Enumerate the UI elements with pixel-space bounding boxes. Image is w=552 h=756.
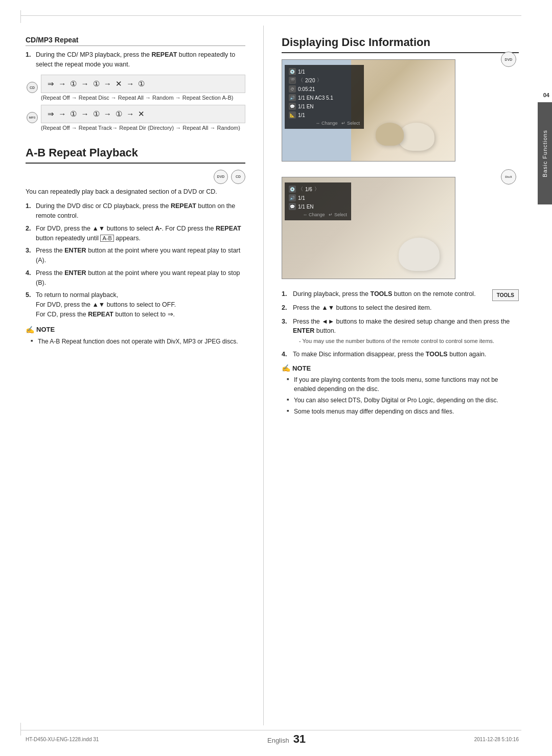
display-step-3: 3. Press the ◄► buttons to make the desi… xyxy=(282,317,519,346)
divx-info-row-3: 💬 1/1 EN xyxy=(289,203,347,210)
ab-note-title: ✍ NOTE xyxy=(26,326,245,334)
cd-badge: CD xyxy=(27,82,38,93)
right-column: Displaying Disc Information DVD 💿 1/1 xyxy=(271,26,519,725)
dvd-info-row-3: ⏱ 0:05:21 xyxy=(289,85,360,93)
display-step-3-note: - You may use the number buttons of the … xyxy=(293,337,519,346)
page-number: 31 xyxy=(293,732,306,746)
page-border-left-bottom xyxy=(20,723,21,736)
dvd-info-row-6: 📐 1/1 xyxy=(289,111,360,119)
ab-intro: You can repeatedly play back a designate… xyxy=(26,187,245,197)
main-content: CD/MP3 Repeat 1. During the CD/ MP3 play… xyxy=(26,26,519,725)
ab-note-item-1: The A-B Repeat function does not operate… xyxy=(31,337,245,346)
display-instructions: 1. TOOLS During playback, press the TOOL… xyxy=(282,289,519,359)
ab-steps: 1. During the DVD disc or CD playback, p… xyxy=(26,201,245,319)
divx-info-row-2: 🔊 1/1 xyxy=(289,194,347,201)
page-border-bottom xyxy=(20,730,521,730)
cd-steps: 1. During the CD/ MP3 playback, press th… xyxy=(26,50,245,70)
page-label: English xyxy=(267,737,289,744)
display-step-2: 2. Press the ▲▼ buttons to select the de… xyxy=(282,303,519,313)
dvd-info-panel: 💿 1/1 🎬 〈 2/20 〉 ⏱ xyxy=(285,65,364,129)
ab-step-3: 3. Press the ENTER button at the point w… xyxy=(26,246,245,265)
divx-info-row-1: 💿 〈 1/6 〉 xyxy=(289,186,347,193)
display-note-icon: ✍ xyxy=(282,364,290,372)
footer-file: HT-D450-XU-ENG-1228.indd 31 xyxy=(26,737,99,742)
divx-screen-container: DivX 💿 〈 1/6 〉 xyxy=(282,177,519,279)
divx-info-panel: 💿 〈 1/6 〉 🔊 1/1 💬 xyxy=(285,182,351,220)
display-title: Displaying Disc Information xyxy=(282,36,519,53)
ab-step-4: 4. Press the ENTER button at the point w… xyxy=(26,268,245,288)
dvd-screen-container: DVD 💿 1/1 🎬 xyxy=(282,59,519,162)
cd-sequence-diagram: ⇒ → ① → ① → ✕ → ① xyxy=(41,75,245,93)
divx-screen: 💿 〈 1/6 〉 🔊 1/1 💬 xyxy=(282,177,455,279)
mp3-caption: (Repeat Off → Repeat Track→ Repeat Dir (… xyxy=(41,125,245,131)
cd-step-1-num: 1. xyxy=(26,50,31,60)
ab-step-2: 2. For DVD, press the ▲▼ buttons to sele… xyxy=(26,224,245,243)
cd-repeat-block: CD ⇒ → ① → ① → ✕ → ① (Repeat Off → Repea… xyxy=(41,75,245,101)
display-note: ✍ NOTE If you are playing contents from … xyxy=(282,364,519,416)
sidebar-label: Basic Functions xyxy=(542,130,548,177)
mp3-repeat-block: MP3 ⇒ → ① → ① → ① → ✕ (Repeat Off → Repe… xyxy=(41,105,245,131)
display-section: Displaying Disc Information DVD 💿 1/1 xyxy=(282,36,519,416)
disc-icon: 💿 xyxy=(289,68,296,75)
subtitle-icon: 💬 xyxy=(289,103,296,110)
footer: HT-D450-XU-ENG-1228.indd 31 English 31 2… xyxy=(26,732,519,746)
display-step-1: 1. TOOLS During playback, press the TOOL… xyxy=(282,289,519,299)
column-divider xyxy=(263,26,264,725)
puppy-shape-3 xyxy=(399,238,440,271)
footer-date: 2011-12-28 5:10:16 xyxy=(474,737,519,742)
puppy-shape-2 xyxy=(376,123,404,146)
ab-step-5: 5. To return to normal playback, For DVD… xyxy=(26,290,245,319)
display-note-item-1: If you are playing contents from the too… xyxy=(287,375,519,394)
chapter-icon: 🎬 xyxy=(289,77,296,84)
dvd-badge: DVD xyxy=(214,170,228,184)
cd-badge-ab: CD xyxy=(231,170,245,184)
dvd-screen: 💿 1/1 🎬 〈 2/20 〉 ⏱ xyxy=(282,59,455,162)
divx-subtitle-icon: 💬 xyxy=(289,203,296,210)
sidebar-tab: Basic Functions xyxy=(538,102,552,204)
ab-note-list: The A-B Repeat function does not operate… xyxy=(26,337,245,346)
display-steps: 1. TOOLS During playback, press the TOOL… xyxy=(282,289,519,359)
ab-section: A-B Repeat Playback DVD CD You can repea… xyxy=(26,146,245,346)
page-border-top xyxy=(20,15,521,16)
dvd-screen-badge: DVD xyxy=(501,52,516,67)
page-border-left-top xyxy=(20,10,21,23)
dvd-info-row-2: 🎬 〈 2/20 〉 xyxy=(289,77,360,84)
tools-button-image: TOOLS xyxy=(492,289,519,301)
cd-caption: (Repeat Off → Repeat Disc → Repeat All →… xyxy=(41,95,245,101)
left-column: CD/MP3 Repeat 1. During the CD/ MP3 play… xyxy=(26,26,256,725)
cd-section-title: CD/MP3 Repeat xyxy=(26,36,245,46)
ab-note-label: NOTE xyxy=(36,326,55,333)
angle-icon: 📐 xyxy=(289,111,296,119)
dvd-info-row-5: 💬 1/1 EN xyxy=(289,103,360,110)
display-note-item-2: You can also select DTS, Dolby Digital o… xyxy=(287,396,519,405)
ab-disc-badges: DVD CD xyxy=(26,170,245,184)
dvd-info-row-4: 🔊 1/1 EN AC3 5.1 xyxy=(289,94,360,101)
cd-step-1: 1. During the CD/ MP3 playback, press th… xyxy=(26,50,245,70)
display-note-item-3: Some tools menus may differ depending on… xyxy=(287,407,519,416)
puppy-shape-1 xyxy=(399,123,434,151)
display-note-title: ✍ NOTE xyxy=(282,364,519,372)
dvd-info-row-1: 💿 1/1 xyxy=(289,68,360,75)
dvd-panel-footer: ↔ Change ↵ Select xyxy=(289,121,360,126)
audio-icon: 🔊 xyxy=(289,94,296,101)
mp3-badge: MP3 xyxy=(27,112,38,123)
display-note-label: NOTE xyxy=(292,364,311,372)
page-number-group: English 31 xyxy=(267,732,306,746)
divx-panel-footer: ↔ Change ↵ Select xyxy=(289,212,347,217)
display-step-4: 4. To make Disc information disappear, p… xyxy=(282,350,519,359)
sidebar-number: 04 xyxy=(543,92,549,98)
mp3-sequence-diagram: ⇒ → ① → ① → ① → ✕ xyxy=(41,105,245,123)
repeat-bold: REPEAT xyxy=(152,51,177,58)
time-icon: ⏱ xyxy=(289,85,296,93)
divx-disc-icon: 💿 xyxy=(289,186,296,193)
divx-audio-icon: 🔊 xyxy=(289,194,296,201)
divx-screen-badge: DivX xyxy=(501,169,516,185)
ab-step-1: 1. During the DVD disc or CD playback, p… xyxy=(26,201,245,221)
cd-section: CD/MP3 Repeat 1. During the CD/ MP3 play… xyxy=(26,36,245,131)
note-icon: ✍ xyxy=(26,326,34,334)
ab-note: ✍ NOTE The A-B Repeat function does not … xyxy=(26,326,245,346)
ab-section-title: A-B Repeat Playback xyxy=(26,146,245,164)
display-note-list: If you are playing contents from the too… xyxy=(282,375,519,416)
